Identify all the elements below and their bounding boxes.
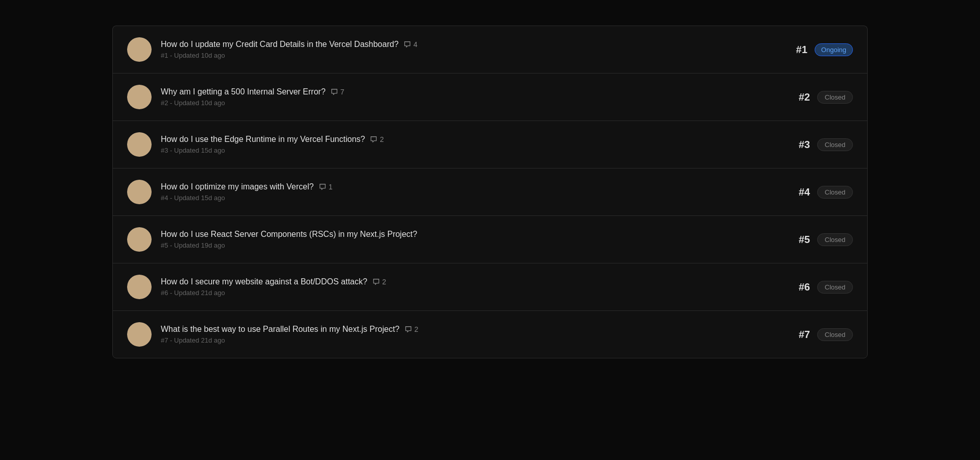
- status-badge: Closed: [817, 328, 853, 341]
- issue-content: How do I secure my website against a Bot…: [161, 277, 386, 297]
- issue-title-text: How do I optimize my images with Vercel?: [161, 182, 314, 191]
- issue-right: #4 Closed: [790, 186, 853, 199]
- avatar: [127, 322, 152, 347]
- avatar: [127, 37, 152, 62]
- issue-content: What is the best way to use Parallel Rou…: [161, 325, 419, 344]
- issue-title: How do I update my Credit Card Details i…: [161, 40, 418, 49]
- issue-row[interactable]: Why am I getting a 500 Internal Server E…: [112, 73, 868, 120]
- comment-icon: [319, 183, 326, 190]
- issue-title: How do I secure my website against a Bot…: [161, 277, 386, 286]
- comment-icon: [331, 88, 338, 95]
- issue-right: #5 Closed: [790, 233, 853, 246]
- issue-content: How do I use the Edge Runtime in my Verc…: [161, 135, 384, 154]
- issue-row[interactable]: How do I secure my website against a Bot…: [112, 263, 868, 310]
- comment-info: 1: [319, 183, 333, 191]
- avatar: [127, 275, 152, 299]
- comment-count: 1: [329, 183, 333, 191]
- issue-right: #1 Ongoing: [787, 43, 853, 56]
- issue-meta: #4 - Updated 15d ago: [161, 194, 332, 202]
- issue-content: How do I optimize my images with Vercel?…: [161, 182, 332, 202]
- issue-title-text: How do I use React Server Components (RS…: [161, 230, 417, 239]
- comment-count: 2: [380, 135, 384, 143]
- avatar: [127, 85, 152, 109]
- issue-title: How do I optimize my images with Vercel?…: [161, 182, 332, 191]
- status-badge: Closed: [817, 91, 853, 104]
- comment-info: 2: [370, 135, 384, 143]
- avatar: [127, 180, 152, 204]
- comment-count: 7: [340, 88, 345, 96]
- status-badge: Closed: [817, 186, 853, 199]
- issue-meta: #7 - Updated 21d ago: [161, 336, 419, 344]
- issue-left: How do I secure my website against a Bot…: [127, 275, 790, 299]
- issue-content: Why am I getting a 500 Internal Server E…: [161, 87, 345, 107]
- issue-title: How do I use the Edge Runtime in my Verc…: [161, 135, 384, 144]
- issue-meta: #1 - Updated 10d ago: [161, 52, 418, 59]
- issue-number: #5: [790, 234, 810, 246]
- issue-row[interactable]: How do I use the Edge Runtime in my Verc…: [112, 120, 868, 168]
- issue-left: What is the best way to use Parallel Rou…: [127, 322, 790, 347]
- issue-row[interactable]: What is the best way to use Parallel Rou…: [112, 310, 868, 358]
- issue-left: How do I use React Server Components (RS…: [127, 227, 790, 252]
- comment-info: 7: [331, 88, 345, 96]
- issue-row[interactable]: How do I optimize my images with Vercel?…: [112, 168, 868, 215]
- status-badge: Closed: [817, 233, 853, 246]
- status-badge: Ongoing: [815, 43, 853, 56]
- avatar: [127, 227, 152, 252]
- comment-icon: [404, 41, 411, 48]
- comment-info: 4: [404, 40, 418, 49]
- issue-content: How do I use React Server Components (RS…: [161, 230, 417, 249]
- comment-count: 2: [382, 278, 386, 286]
- issue-title-text: Why am I getting a 500 Internal Server E…: [161, 87, 326, 96]
- issue-meta: #5 - Updated 19d ago: [161, 241, 417, 249]
- issue-number: #6: [790, 281, 810, 293]
- issue-left: How do I use the Edge Runtime in my Verc…: [127, 132, 790, 157]
- comment-icon: [370, 136, 377, 143]
- status-badge: Closed: [817, 281, 853, 294]
- avatar: [127, 132, 152, 157]
- issue-title-text: What is the best way to use Parallel Rou…: [161, 325, 400, 334]
- comment-info: 2: [373, 278, 386, 286]
- issue-title-text: How do I secure my website against a Bot…: [161, 277, 368, 286]
- issue-right: #6 Closed: [790, 281, 853, 294]
- comment-count: 4: [413, 40, 418, 49]
- issue-title-text: How do I update my Credit Card Details i…: [161, 40, 399, 49]
- issue-right: #3 Closed: [790, 138, 853, 151]
- issue-list: How do I update my Credit Card Details i…: [112, 26, 868, 358]
- comment-icon: [405, 326, 412, 333]
- issue-number: #4: [790, 186, 810, 198]
- issue-meta: #3 - Updated 15d ago: [161, 147, 384, 154]
- issue-number: #3: [790, 139, 810, 151]
- issue-left: How do I update my Credit Card Details i…: [127, 37, 787, 62]
- issue-row[interactable]: How do I use React Server Components (RS…: [112, 215, 868, 263]
- status-badge: Closed: [817, 138, 853, 151]
- comment-count: 2: [414, 325, 419, 333]
- issue-title: Why am I getting a 500 Internal Server E…: [161, 87, 345, 96]
- issue-title-text: How do I use the Edge Runtime in my Verc…: [161, 135, 365, 144]
- issue-right: #7 Closed: [790, 328, 853, 341]
- issue-number: #2: [790, 91, 810, 103]
- issue-number: #1: [787, 44, 807, 56]
- issue-right: #2 Closed: [790, 91, 853, 104]
- issue-title: What is the best way to use Parallel Rou…: [161, 325, 419, 334]
- issue-title: How do I use React Server Components (RS…: [161, 230, 417, 239]
- issue-left: How do I optimize my images with Vercel?…: [127, 180, 790, 204]
- comment-info: 2: [405, 325, 419, 333]
- issue-row[interactable]: How do I update my Credit Card Details i…: [112, 26, 868, 73]
- comment-icon: [373, 278, 380, 285]
- issue-meta: #2 - Updated 10d ago: [161, 99, 345, 107]
- issue-content: How do I update my Credit Card Details i…: [161, 40, 418, 59]
- issue-number: #7: [790, 329, 810, 341]
- issue-meta: #6 - Updated 21d ago: [161, 289, 386, 297]
- issue-left: Why am I getting a 500 Internal Server E…: [127, 85, 790, 109]
